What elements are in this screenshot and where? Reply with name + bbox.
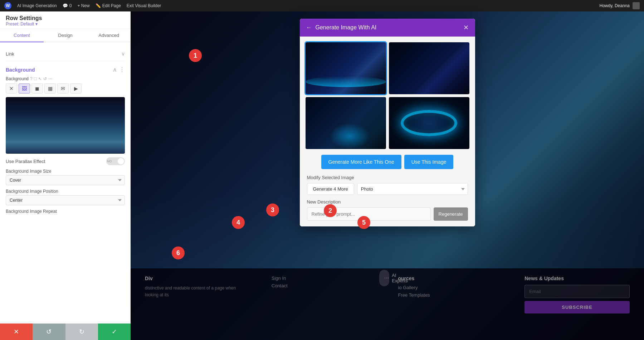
new-link[interactable]: + New	[77, 3, 89, 8]
bg-video-btn[interactable]: ▶	[70, 83, 82, 94]
style-select[interactable]: Photo Illustration Painting 3D Render	[357, 183, 468, 195]
image-space1	[306, 42, 386, 94]
image-space3	[306, 97, 386, 149]
link-arrow: ∨	[121, 51, 125, 57]
cancel-button[interactable]: ✕	[0, 324, 33, 340]
bg-gradient-btn[interactable]: ▦	[44, 83, 56, 94]
exit-builder-link[interactable]: Exit Visual Builder	[127, 3, 161, 8]
section-controls: ∧ ⋮	[113, 66, 125, 73]
undo-button[interactable]: ↺	[33, 324, 65, 340]
sidebar-body: Link ∨ Background ∧ ⋮ Background ? □ ↖ ↺…	[0, 42, 131, 340]
sidebar-header: Row Settings Preset: Default ▾	[0, 11, 131, 29]
sidebar-tabs: Content Design Advanced	[0, 29, 131, 42]
pencil-icon: ✏️	[96, 3, 101, 8]
admin-bar-right: Howdy, Deanna	[600, 2, 640, 9]
generate-more-button[interactable]: Generate More Like This One	[321, 155, 401, 169]
bg-icon2[interactable]: ↖	[38, 76, 42, 81]
bg-icon-row: ✕ 🖼 ◼ ▦ ✉ ▶	[6, 83, 125, 94]
image-cell-1[interactable]	[306, 42, 386, 94]
bg-position-label: Background Image Position	[6, 189, 125, 194]
bg-repeat-label: Background Image Repeat	[6, 209, 125, 214]
regenerate-button[interactable]: Regenerate	[434, 207, 468, 221]
link-label: Link	[6, 51, 14, 57]
sidebar: Row Settings Preset: Default ▾ Content D…	[0, 11, 131, 340]
background-section-header: Background ∧ ⋮	[6, 66, 125, 73]
bg-size-select[interactable]: Cover Contain Auto	[6, 175, 125, 185]
comment-count: 0	[69, 3, 72, 8]
parallax-row: Use Parallax Effect NO	[6, 157, 125, 165]
redo-button[interactable]: ↻	[65, 324, 98, 340]
bg-position-select[interactable]: Center Top Bottom Left Right	[6, 195, 125, 205]
bg-color-btn[interactable]: ◼	[31, 83, 43, 94]
modal-title: Generate Image With AI	[316, 24, 377, 31]
bg-icon3[interactable]: ↺	[43, 76, 47, 81]
admin-avatar[interactable]	[633, 2, 640, 9]
parallax-value: NO	[107, 159, 112, 163]
bg-pattern-btn[interactable]: ✉	[57, 83, 69, 94]
modal-actions: Generate More Like This One Use This Ima…	[306, 155, 469, 169]
image-cell-4[interactable]	[389, 97, 469, 149]
background-title: Background	[6, 67, 35, 73]
tab-content[interactable]: Content	[0, 29, 44, 42]
image-cell-2[interactable]	[389, 42, 469, 94]
admin-bar: W AI Image Generation 💬 0 + New ✏️ Edit …	[0, 0, 644, 11]
link-section: Link ∨	[6, 47, 125, 61]
desc-row: Regenerate	[307, 207, 468, 221]
wordpress-icon[interactable]: W	[4, 2, 11, 9]
modal-close-button[interactable]: ✕	[463, 24, 469, 32]
help-icon: ?	[30, 76, 33, 81]
sidebar-preset[interactable]: Preset: Default ▾	[6, 21, 125, 27]
sidebar-title: Row Settings	[6, 15, 125, 21]
modify-label: Modify Selected Image	[307, 175, 468, 180]
bg-repeat-row: Background Image Repeat	[6, 209, 125, 214]
new-desc-label: New Description	[307, 199, 468, 205]
save-icon: ✓	[112, 328, 117, 336]
bg-icon4[interactable]: ⋯	[48, 76, 53, 81]
edit-page-link[interactable]: ✏️ Edit Page	[96, 3, 121, 8]
modal-body: Generate More Like This One Use This Ima…	[300, 37, 475, 226]
generate-count-button[interactable]: Generate 4 More	[307, 183, 354, 195]
modal-overlay: ← Generate Image With AI ✕	[131, 11, 644, 340]
undo-icon: ↺	[46, 328, 52, 336]
bg-none-btn[interactable]: ✕	[6, 83, 17, 94]
edit-page-label: Edit Page	[102, 3, 121, 8]
bg-size-label: Background Image Size	[6, 169, 125, 174]
use-image-button[interactable]: Use This Image	[404, 155, 454, 169]
bg-label: Background	[6, 76, 29, 81]
modify-section: Modify Selected Image Generate 4 More Ph…	[306, 175, 469, 221]
parallax-label: Use Parallax Effect	[6, 159, 45, 164]
bg-icon1[interactable]: □	[34, 76, 37, 81]
modify-controls: Generate 4 More Photo Illustration Paint…	[307, 183, 468, 195]
comment-link[interactable]: 💬 0	[63, 3, 72, 8]
parallax-toggle[interactable]: NO	[106, 157, 125, 165]
bg-label-row: Background ? □ ↖ ↺ ⋯	[6, 76, 125, 81]
toggle-knob	[118, 158, 124, 164]
modal-header-left: ← Generate Image With AI	[306, 24, 377, 31]
comment-icon: 💬	[63, 3, 68, 8]
image-cell-3[interactable]	[306, 97, 386, 149]
tab-design[interactable]: Design	[44, 29, 87, 42]
image-space2	[389, 42, 469, 94]
save-button[interactable]: ✓	[98, 324, 131, 340]
exit-builder-label: Exit Visual Builder	[127, 3, 161, 8]
ai-image-gen-link[interactable]: AI Image Generation	[17, 3, 57, 8]
new-label: + New	[77, 3, 89, 8]
bg-position-row: Background Image Position Center Top Bot…	[6, 189, 125, 205]
tab-advanced[interactable]: Advanced	[87, 29, 131, 42]
back-icon[interactable]: ←	[306, 24, 312, 31]
generate-image-modal: ← Generate Image With AI ✕	[300, 19, 475, 226]
image-space4	[389, 97, 469, 149]
bottom-toolbar: ✕ ↺ ↻ ✓	[0, 324, 131, 340]
collapse-icon[interactable]: ∧	[113, 66, 117, 73]
image-grid	[306, 42, 469, 149]
howdy-label: Howdy, Deanna	[600, 3, 630, 8]
bg-size-row: Background Image Size Cover Contain Auto	[6, 169, 125, 185]
modal-header: ← Generate Image With AI ✕	[300, 19, 475, 37]
cancel-icon: ✕	[14, 328, 19, 336]
more-icon[interactable]: ⋮	[119, 66, 125, 73]
ai-image-gen-label: AI Image Generation	[17, 3, 57, 8]
desc-input[interactable]	[307, 207, 431, 221]
redo-icon: ↻	[79, 328, 84, 336]
bg-image-btn[interactable]: 🖼	[19, 83, 30, 94]
background-preview	[6, 97, 125, 154]
